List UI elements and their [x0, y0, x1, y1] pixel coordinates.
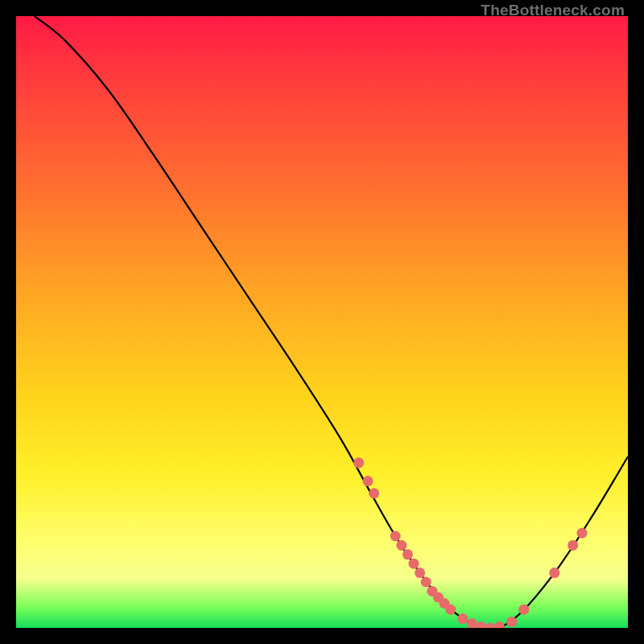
curve-marker [577, 528, 588, 539]
curve-marker [363, 476, 374, 486]
curve-marker [415, 568, 425, 578]
curve-marker [568, 540, 578, 551]
curve-marker [457, 613, 468, 624]
curve-marker [549, 568, 559, 578]
curve-marker [476, 621, 486, 628]
curve-marker [518, 605, 529, 615]
curve-layer [16, 16, 628, 628]
bottleneck-curve-path [35, 16, 628, 628]
curve-marker [353, 457, 364, 468]
curve-marker [467, 618, 477, 628]
curve-marker [402, 549, 413, 559]
curve-marker [396, 540, 407, 551]
curve-marker [421, 577, 431, 588]
curve-markers [353, 457, 587, 628]
curve-marker [445, 605, 456, 615]
curve-marker [485, 623, 496, 629]
curve-marker [494, 621, 505, 628]
curve-marker [409, 559, 419, 569]
chart-stage: TheBottleneck.com [0, 0, 644, 644]
curve-marker [390, 531, 401, 542]
curve-marker [369, 488, 379, 498]
curve-marker [506, 617, 517, 627]
